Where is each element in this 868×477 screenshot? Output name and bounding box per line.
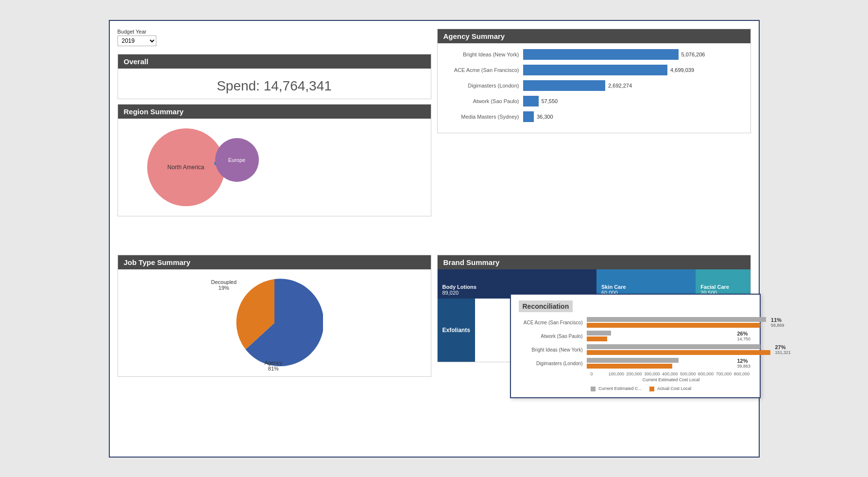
agency-bar-fill — [523, 49, 679, 60]
agency-bar-value: 2,692,274 — [608, 83, 632, 88]
reconciliation-overlay: Reconciliation ACE Acme (San Francisco)1… — [510, 294, 761, 398]
budget-year-label: Budget Year — [118, 29, 431, 35]
recon-subval: 14,750 — [737, 336, 752, 341]
recon-bar-label: Atwork (Sao Paulo) — [519, 334, 587, 339]
region-chart: North America Europe — [118, 119, 431, 216]
agency-chart: Bright Ideas (New York)5,076,206ACE Acme… — [438, 43, 750, 133]
recon-axis-tick: 100,000 — [608, 371, 626, 376]
recon-subval: 58,869 — [771, 323, 785, 328]
bottom-right-panel: Brand Summary Body Lotions 89,020 Skin C… — [437, 255, 751, 410]
brand-exfoliants: Exfoliants — [438, 299, 475, 362]
recon-axis-tick: 0 — [591, 371, 609, 376]
agency-bar-row: Atwork (Sao Paulo)57,550 — [445, 96, 743, 106]
jobtype-card: Job Type Summary Decoupled 19% — [118, 255, 431, 377]
agency-bar-row: Bright Ideas (New York)5,076,206 — [445, 49, 743, 60]
recon-pct-group: 27%151,321 — [772, 344, 791, 355]
recon-bar-row: ACE Acme (San Francisco)11%58,869 — [519, 317, 752, 328]
recon-bar-label: Digimasters (London) — [519, 361, 587, 366]
agency-bar-fill — [523, 96, 539, 106]
recon-bar-pair — [587, 344, 770, 355]
recon-bar-orange — [587, 336, 607, 341]
recon-bar-pair — [587, 331, 732, 341]
agency-bar-bg: 5,076,206 — [523, 49, 743, 60]
top-right-panel: Agency Summary Bright Ideas (New York)5,… — [437, 29, 751, 249]
reconciliation-title: Reconciliation — [519, 300, 573, 312]
budget-year-container: Budget Year 2019 2018 2020 — [118, 29, 431, 49]
recon-bar-row: Atwork (Sao Paulo)26%14,750 — [519, 331, 752, 341]
agency-bar-bg: 36,300 — [523, 111, 743, 122]
recon-subval: 39,863 — [737, 364, 752, 369]
recon-axis-tick: 600,000 — [698, 371, 716, 376]
region-header: Region Summary — [118, 105, 431, 119]
agency-bar-label: Atwork (Sao Paulo) — [445, 98, 523, 104]
pie-chart-svg — [226, 274, 323, 371]
recon-axis-label: Current Estimated Cost Local — [591, 377, 752, 382]
recon-axis-tick: 400,000 — [662, 371, 680, 376]
recon-axis-tick: 800,000 — [734, 371, 752, 376]
agency-header: Agency Summary — [438, 29, 750, 43]
legend-orange-dot — [649, 387, 654, 391]
recon-bar-pair — [587, 317, 766, 328]
agency-bar-label: Digimasters (London) — [445, 83, 523, 88]
agency-bar-row: Media Masters (Sydney)36,300 — [445, 111, 743, 122]
agency-bar-bg: 4,699,039 — [523, 65, 743, 75]
recon-bar-orange — [587, 350, 770, 355]
overall-card: Overall Spend: 14,764,341 — [118, 54, 431, 99]
agency-bar-fill — [523, 111, 534, 122]
decoupled-label: Decoupled 19% — [211, 279, 237, 291]
recon-legend: Current Estimated C... Actual Cost Local — [591, 386, 752, 391]
recon-axis-tick: 200,000 — [626, 371, 644, 376]
region-card: Region Summary North America Europe — [118, 104, 431, 216]
top-left-panel: Budget Year 2019 2018 2020 Overall Spend… — [118, 29, 431, 249]
recon-axis-tick: 500,000 — [680, 371, 698, 376]
recon-percent: 12% — [737, 358, 752, 364]
agency-bar-row: ACE Acme (San Francisco)4,699,039 — [445, 65, 743, 75]
recon-bar-gray — [587, 317, 766, 322]
agency-bar-row: Digimasters (London)2,692,274 — [445, 80, 743, 91]
legend-gray: Current Estimated C... — [591, 386, 642, 391]
agency-bar-value: 5,076,206 — [681, 52, 705, 57]
agency-label: Agency 81% — [265, 360, 283, 371]
agency-bar-label: Media Masters (Sydney) — [445, 114, 523, 120]
recon-bar-label: Bright Ideas (New York) — [519, 347, 587, 353]
recon-bar-label: ACE Acme (San Francisco) — [519, 320, 587, 325]
agency-card: Agency Summary Bright Ideas (New York)5,… — [437, 29, 751, 133]
recon-percent: 26% — [737, 331, 752, 336]
brand-header: Brand Summary — [438, 255, 750, 269]
recon-bar-gray — [587, 358, 679, 363]
agency-bar-fill — [523, 80, 606, 91]
recon-pct-group: 26%14,750 — [734, 331, 752, 341]
dashboard: Budget Year 2019 2018 2020 Overall Spend… — [109, 20, 760, 458]
overall-spend: Spend: 14,764,341 — [118, 69, 431, 99]
legend-gray-dot — [591, 387, 596, 391]
recon-bar-pair — [587, 358, 732, 369]
reconciliation-bars: ACE Acme (San Francisco)11%58,869Atwork … — [519, 317, 752, 369]
bubble-europe: Europe — [215, 138, 259, 182]
agency-bar-bg: 2,692,274 — [523, 80, 743, 91]
recon-axis-tick: 700,000 — [716, 371, 734, 376]
budget-year-select[interactable]: 2019 2018 2020 — [118, 35, 156, 46]
recon-bar-orange — [587, 323, 760, 328]
bottom-left-panel: Job Type Summary Decoupled 19% — [118, 255, 431, 410]
recon-bar-orange — [587, 364, 672, 369]
overall-header: Overall — [118, 54, 431, 69]
recon-axis: 0100,000200,000300,000400,000500,000600,… — [591, 371, 752, 376]
recon-pct-group: 12%39,863 — [734, 358, 752, 369]
recon-percent: 27% — [775, 344, 791, 350]
recon-pct-group: 11%58,869 — [768, 317, 785, 328]
jobtype-header: Job Type Summary — [118, 255, 431, 269]
bubble-north-america: North America — [147, 128, 225, 206]
recon-percent: 11% — [771, 317, 785, 323]
agency-bar-bg: 57,550 — [523, 96, 743, 106]
legend-orange: Actual Cost Local — [649, 386, 691, 391]
agency-bar-value: 57,550 — [542, 98, 558, 104]
agency-bar-label: Bright Ideas (New York) — [445, 52, 523, 57]
jobtype-chart: Decoupled 19% Agency 81% — [118, 269, 431, 376]
recon-bar-row: Digimasters (London)12%39,863 — [519, 358, 752, 369]
agency-bar-fill — [523, 65, 668, 75]
recon-axis-tick: 300,000 — [644, 371, 662, 376]
recon-subval: 151,321 — [775, 350, 791, 355]
recon-bar-gray — [587, 344, 760, 349]
recon-bar-row: Bright Ideas (New York)27%151,321 — [519, 344, 752, 355]
recon-bar-gray — [587, 331, 611, 336]
